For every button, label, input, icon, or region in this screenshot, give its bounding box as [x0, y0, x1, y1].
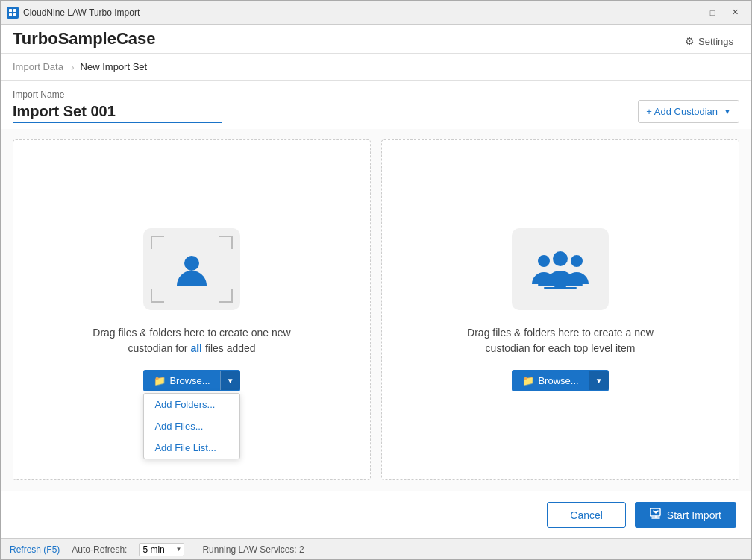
svg-point-4: [184, 256, 199, 271]
app-icon: [7, 7, 19, 19]
cancel-button[interactable]: Cancel: [547, 502, 626, 528]
auto-refresh-select[interactable]: 1 min 5 min 10 min 30 min Off: [139, 543, 184, 556]
import-name-label: Import Name: [13, 89, 222, 100]
browse-dropdown-arrow-multi[interactable]: ▼: [589, 371, 609, 390]
add-custodian-button[interactable]: + Add Custodian ▼: [638, 100, 739, 123]
breadcrumb-new-import-set: New Import Set: [81, 60, 155, 74]
browse-button-single[interactable]: 📁 Browse... ▼: [143, 370, 239, 391]
svg-point-7: [571, 255, 583, 267]
window-controls: ─ □ ✕: [680, 5, 745, 20]
app-case-title: TurboSampleCase: [13, 29, 156, 53]
settings-button[interactable]: ⚙ Settings: [679, 32, 739, 50]
svg-rect-1: [13, 9, 16, 12]
gear-icon: ⚙: [685, 35, 695, 47]
multi-person-icon: [530, 248, 590, 290]
app-title: CloudNine LAW Turbo Import: [23, 7, 680, 18]
title-bar: CloudNine LAW Turbo Import ─ □ ✕: [1, 1, 751, 25]
maximize-button[interactable]: □: [702, 5, 723, 20]
browse-icon: 📁: [154, 375, 166, 386]
breadcrumb-separator: ›: [71, 61, 75, 73]
start-import-button[interactable]: Start Import: [635, 502, 736, 528]
start-import-icon: [650, 508, 662, 522]
svg-point-6: [553, 251, 568, 266]
browse-btn-wrapper-single: 📁 Browse... ▼ Add Folders... Add Files..…: [143, 370, 239, 391]
multi-custodian-icon-wrapper: [512, 228, 609, 310]
svg-rect-3: [13, 13, 16, 16]
refresh-link[interactable]: Refresh (F5): [10, 544, 60, 555]
browse-label-multi: Browse...: [538, 375, 578, 386]
breadcrumb-import-data[interactable]: Import Data: [13, 60, 71, 74]
corner-br: [219, 289, 233, 303]
svg-point-5: [538, 255, 550, 267]
svg-rect-11: [544, 287, 577, 289]
auto-refresh-label: Auto-Refresh:: [72, 544, 127, 555]
auto-refresh-wrapper: 1 min 5 min 10 min 30 min Off: [139, 543, 184, 556]
browse-label-single: Browse...: [169, 375, 210, 386]
corner-tr: [219, 236, 233, 249]
drop-zone-single-text: Drag files & folders here to create one …: [93, 325, 290, 356]
import-name-field-wrapper: Import Name: [13, 89, 222, 123]
browse-icon-multi: 📁: [522, 375, 534, 386]
drop-zone-single[interactable]: Drag files & folders here to create one …: [13, 139, 371, 480]
single-person-icon: [175, 253, 208, 293]
single-custodian-icon-wrapper: [143, 228, 240, 310]
drop-zone-multi-text: Drag files & folders here to create a ne…: [467, 325, 654, 356]
svg-rect-2: [9, 13, 12, 16]
minimize-button[interactable]: ─: [680, 5, 701, 20]
add-files-item[interactable]: Add Files...: [144, 415, 239, 437]
main-content: Drag files & folders here to create one …: [1, 129, 751, 491]
breadcrumb: Import Data › New Import Set: [1, 54, 751, 81]
add-custodian-label: + Add Custodian: [646, 106, 718, 117]
browse-dropdown-single: Add Folders... Add Files... Add File Lis…: [143, 393, 240, 459]
add-file-list-item[interactable]: Add File List...: [144, 437, 239, 459]
running-services-label: Running LAW Services: 2: [202, 544, 304, 555]
add-custodian-dropdown-arrow: ▼: [724, 107, 731, 116]
add-folders-item[interactable]: Add Folders...: [144, 394, 239, 415]
drop-zone-multi[interactable]: Drag files & folders here to create a ne…: [381, 139, 739, 480]
corner-tl: [151, 236, 164, 249]
svg-rect-10: [571, 284, 583, 286]
import-name-input[interactable]: [13, 101, 222, 123]
svg-rect-0: [9, 9, 12, 12]
browse-dropdown-arrow-single[interactable]: ▼: [220, 371, 240, 390]
start-import-label: Start Import: [667, 509, 721, 521]
svg-rect-8: [538, 284, 550, 286]
status-bar: Refresh (F5) Auto-Refresh: 1 min 5 min 1…: [1, 538, 751, 559]
header: TurboSampleCase ⚙ Settings: [1, 25, 751, 54]
corner-bl: [151, 289, 164, 303]
import-name-section: Import Name + Add Custodian ▼: [1, 81, 751, 129]
footer-actions: Cancel Start Import: [1, 491, 751, 538]
browse-button-multi[interactable]: 📁 Browse... ▼: [512, 370, 608, 391]
close-button[interactable]: ✕: [724, 5, 745, 20]
svg-rect-9: [554, 286, 566, 287]
settings-label: Settings: [698, 36, 733, 47]
drop-zone-single-highlight: all: [190, 342, 202, 354]
